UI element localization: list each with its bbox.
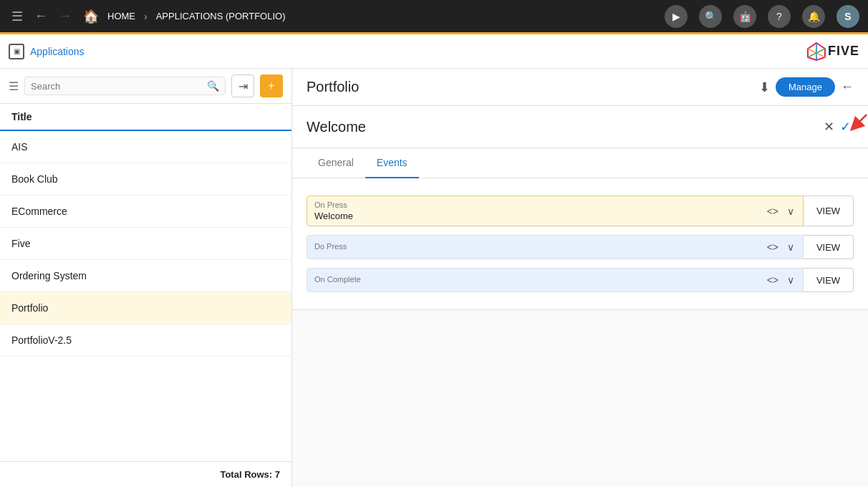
sub-header: ▣ Applications FIVE xyxy=(0,34,868,69)
event-field-label: Do Press xyxy=(307,238,758,251)
close-btn[interactable]: ✕ xyxy=(821,116,837,138)
code-icon-btn[interactable]: <> xyxy=(764,273,781,287)
event-field-label: On Press xyxy=(307,196,758,209)
sidebar-item[interactable]: ECommerce xyxy=(0,196,291,228)
event-field-value: Welcome xyxy=(307,209,758,226)
sidebar-item[interactable]: Ordering System xyxy=(0,260,291,292)
view-btn[interactable]: VIEW xyxy=(804,235,854,259)
event-row: On PressWelcome<>∨VIEW xyxy=(307,196,854,226)
tab-general[interactable]: General xyxy=(307,148,365,178)
right-panel: Portfolio ⬇ Manage ← Welcome ✕ ✓ xyxy=(292,69,868,487)
robot-btn[interactable]: 🤖 xyxy=(733,5,756,28)
red-arrow-indicator xyxy=(839,109,868,138)
top-nav: ☰ ← → 🏠 HOME › APPLICATIONS (PORTFOLIO) … xyxy=(0,0,868,34)
sidebar-column-header: Title xyxy=(0,104,291,131)
nav-actions: ▶ 🔍 🤖 ? 🔔 S xyxy=(665,5,859,28)
portfolio-header: Portfolio ⬇ Manage ← xyxy=(292,69,868,106)
forward-icon[interactable]: → xyxy=(56,6,74,26)
welcome-section: Welcome ✕ ✓ Gener xyxy=(292,106,868,310)
menu-icon[interactable]: ☰ xyxy=(9,6,26,27)
filter-icon[interactable]: ☰ xyxy=(9,79,19,93)
svg-line-4 xyxy=(855,115,867,126)
app-title[interactable]: Applications xyxy=(30,46,85,57)
home-icon[interactable]: 🏠 xyxy=(80,6,102,27)
search-icon: 🔍 xyxy=(207,80,219,92)
five-logo-icon xyxy=(805,40,828,63)
code-icon-btn[interactable]: <> xyxy=(764,240,781,254)
event-field: Do Press<>∨ xyxy=(307,235,804,259)
avatar-btn[interactable]: S xyxy=(836,5,859,28)
back-icon[interactable]: ← xyxy=(32,6,50,26)
home-label[interactable]: HOME xyxy=(107,11,135,21)
sidebar-item[interactable]: Portfolio xyxy=(0,292,291,324)
view-btn[interactable]: VIEW xyxy=(804,196,854,226)
welcome-title: Welcome xyxy=(307,119,821,135)
portfolio-title: Portfolio xyxy=(307,79,753,95)
five-logo: FIVE xyxy=(805,40,859,63)
chevron-down-icon[interactable]: ∨ xyxy=(784,240,797,254)
sidebar: ☰ 🔍 ⇥ + Title AISBook ClubECommerceFiveO… xyxy=(0,69,292,487)
tabs: General Events xyxy=(292,148,868,178)
event-field-value xyxy=(307,284,758,289)
chevron-down-icon[interactable]: ∨ xyxy=(784,273,797,287)
sidebar-footer: Total Rows: 7 xyxy=(0,461,291,487)
view-btn[interactable]: VIEW xyxy=(804,268,854,292)
breadcrumb-text: APPLICATIONS (PORTFOLIO) xyxy=(156,11,286,21)
main-layout: ☰ 🔍 ⇥ + Title AISBook ClubECommerceFiveO… xyxy=(0,69,868,487)
sidebar-item[interactable]: PortfolioV-2.5 xyxy=(0,324,291,357)
event-field: On PressWelcome<>∨ xyxy=(307,196,804,226)
event-field-value xyxy=(307,251,758,256)
help-btn[interactable]: ? xyxy=(768,5,791,28)
manage-btn[interactable]: Manage xyxy=(776,77,835,97)
sidebar-list: AISBook ClubECommerceFiveOrdering System… xyxy=(0,131,291,461)
sidebar-toolbar: ☰ 🔍 ⇥ + xyxy=(0,69,291,104)
events-content: On PressWelcome<>∨VIEWDo Press<>∨VIEWOn … xyxy=(292,178,868,309)
sidebar-item[interactable]: Book Club xyxy=(0,163,291,196)
download-btn[interactable]: ⬇ xyxy=(759,79,770,95)
sidebar-item[interactable]: Five xyxy=(0,228,291,260)
welcome-header: Welcome ✕ ✓ xyxy=(292,106,868,148)
notifications-btn[interactable]: 🔔 xyxy=(802,5,825,28)
event-field: On Complete<>∨ xyxy=(307,268,804,292)
tab-events[interactable]: Events xyxy=(365,148,419,178)
breadcrumb-separator: › xyxy=(144,11,148,22)
chevron-down-icon[interactable]: ∨ xyxy=(784,204,797,218)
play-btn[interactable]: ▶ xyxy=(665,5,688,28)
event-field-label: On Complete xyxy=(307,271,758,284)
app-icon: ▣ xyxy=(9,44,24,59)
panel-back-btn[interactable]: ← xyxy=(841,79,854,95)
search-input[interactable] xyxy=(31,81,207,92)
check-btn-container: ✓ xyxy=(837,116,854,138)
import-btn[interactable]: ⇥ xyxy=(231,74,254,97)
five-text: FIVE xyxy=(828,44,859,59)
code-icon-btn[interactable]: <> xyxy=(764,204,781,218)
event-row: Do Press<>∨VIEW xyxy=(307,235,854,259)
sidebar-item[interactable]: AIS xyxy=(0,131,291,163)
search-btn[interactable]: 🔍 xyxy=(699,5,722,28)
search-input-wrap: 🔍 xyxy=(24,77,226,95)
add-btn[interactable]: + xyxy=(260,74,283,97)
event-row: On Complete<>∨VIEW xyxy=(307,268,854,292)
